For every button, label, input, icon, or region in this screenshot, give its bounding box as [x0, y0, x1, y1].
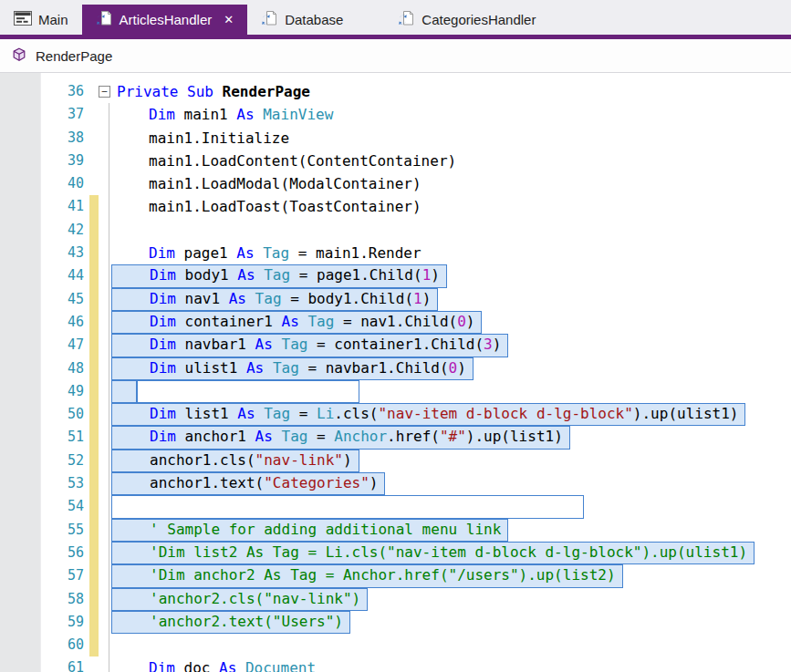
- line-number[interactable]: 52: [0, 450, 87, 472]
- code-line[interactable]: 39main1.LoadContent(ContentContainer): [0, 150, 791, 172]
- code-line[interactable]: 44Dim body1 As Tag = page1.Child(1): [0, 264, 791, 287]
- code-text[interactable]: main1.LoadToast(ToastContainer): [111, 195, 791, 218]
- code-text[interactable]: [111, 634, 791, 656]
- line-number[interactable]: 50: [0, 403, 87, 426]
- code-text[interactable]: Dim navbar1 As Tag = container1.Child(3): [111, 334, 791, 357]
- code-text[interactable]: anchor1.text("Categories"): [111, 472, 791, 495]
- breadcrumb-method[interactable]: RenderPage: [36, 48, 112, 64]
- code-text[interactable]: Dim ulist1 As Tag = navbar1.Child(0): [111, 357, 791, 380]
- line-number[interactable]: 45: [0, 288, 87, 311]
- change-marker: [89, 495, 99, 518]
- line-number[interactable]: 59: [0, 611, 87, 634]
- code-text[interactable]: 'Dim anchor2 As Tag = Anchor.href("/user…: [111, 564, 791, 587]
- line-number[interactable]: 38: [0, 127, 87, 150]
- code-line[interactable]: 36−Private Sub RenderPage: [0, 80, 791, 103]
- line-number[interactable]: 55: [0, 519, 87, 542]
- code-line[interactable]: 61Dim doc As Document: [0, 656, 791, 672]
- line-number[interactable]: 42: [0, 219, 87, 242]
- code-line[interactable]: 59'anchor2.text("Users"): [0, 611, 791, 634]
- line-number[interactable]: 44: [0, 264, 87, 287]
- code-text[interactable]: Dim body1 As Tag = page1.Child(1): [111, 264, 791, 287]
- code-text[interactable]: main1.LoadContent(ContentContainer): [111, 150, 791, 172]
- code-text[interactable]: Dim page1 As Tag = main1.Render: [111, 242, 791, 264]
- code-line[interactable]: 58'anchor2.cls("nav-link"): [0, 588, 791, 611]
- line-number[interactable]: 56: [0, 542, 87, 564]
- code-line[interactable]: 45Dim nav1 As Tag = body1.Child(1): [0, 288, 791, 311]
- code-line[interactable]: 53anchor1.text("Categories"): [0, 472, 791, 495]
- code-text[interactable]: Dim anchor1 As Tag = Anchor.href("#").up…: [111, 426, 791, 449]
- code-text[interactable]: anchor1.cls("nav-link"): [111, 450, 791, 472]
- code-text[interactable]: ' Sample for adding additional menu link: [111, 519, 791, 542]
- code-line[interactable]: 49: [0, 380, 791, 403]
- line-number[interactable]: 47: [0, 334, 87, 357]
- line-number[interactable]: 41: [0, 195, 87, 218]
- tab-label: Main: [38, 12, 68, 27]
- tab-categorieshandler[interactable]: CategoriesHandler: [384, 5, 549, 35]
- selection-segment: Dim nav1 As Tag = body1.Child(1): [111, 288, 438, 311]
- tab-articleshandler[interactable]: ArticlesHandler ✕: [82, 5, 248, 35]
- code-line[interactable]: 40main1.LoadModal(ModalContainer): [0, 172, 791, 195]
- code-token: MainView: [263, 106, 333, 123]
- line-number[interactable]: 40: [0, 172, 87, 195]
- code-line[interactable]: 47Dim navbar1 As Tag = container1.Child(…: [0, 334, 791, 357]
- code-line[interactable]: 55' Sample for adding additional menu li…: [0, 519, 791, 542]
- fold-collapse-icon[interactable]: −: [99, 86, 110, 98]
- code-text[interactable]: Dim container1 As Tag = nav1.Child(0): [111, 311, 791, 334]
- code-text[interactable]: Dim main1 As MainView: [111, 103, 791, 126]
- code-text[interactable]: 'anchor2.text("Users"): [111, 611, 791, 634]
- code-token: ): [369, 474, 379, 491]
- line-number[interactable]: 48: [0, 357, 87, 380]
- code-line[interactable]: 52anchor1.cls("nav-link"): [0, 450, 791, 472]
- fold-column: [99, 634, 111, 656]
- line-number[interactable]: 39: [0, 150, 87, 172]
- line-number[interactable]: 43: [0, 242, 87, 264]
- code-text[interactable]: [111, 219, 791, 242]
- code-line[interactable]: 51Dim anchor1 As Tag = Anchor.href("#").…: [0, 426, 791, 449]
- code-text[interactable]: main1.LoadModal(ModalContainer): [111, 172, 791, 195]
- code-line[interactable]: 38main1.Initialize: [0, 127, 791, 150]
- line-number[interactable]: 49: [0, 380, 87, 403]
- code-line[interactable]: 46Dim container1 As Tag = nav1.Child(0): [0, 311, 791, 334]
- tab-main[interactable]: Main: [0, 5, 82, 35]
- code-token: Tag: [273, 359, 299, 377]
- code-text[interactable]: Dim doc As Document: [111, 656, 791, 672]
- code-token: Dim: [150, 359, 185, 377]
- line-number[interactable]: 37: [0, 103, 87, 126]
- line-number[interactable]: 58: [0, 588, 87, 611]
- code-line[interactable]: 57'Dim anchor2 As Tag = Anchor.href("/us…: [0, 564, 791, 587]
- code-line[interactable]: 43Dim page1 As Tag = main1.Render: [0, 242, 791, 264]
- code-token: .cls(: [334, 405, 378, 422]
- line-number[interactable]: 51: [0, 426, 87, 449]
- line-number[interactable]: 36: [0, 80, 87, 103]
- code-token: Dim: [150, 313, 185, 330]
- code-line[interactable]: 41main1.LoadToast(ToastContainer): [0, 195, 791, 218]
- code-text[interactable]: [111, 380, 791, 403]
- code-line[interactable]: 37Dim main1 As MainView: [0, 103, 791, 126]
- fold-column: [99, 519, 111, 542]
- line-number[interactable]: 57: [0, 564, 87, 587]
- line-number[interactable]: 60: [0, 634, 87, 656]
- code-line[interactable]: 50Dim list1 As Tag = Li.cls("nav-item d-…: [0, 403, 791, 426]
- code-token: As: [282, 313, 308, 330]
- line-number[interactable]: 46: [0, 311, 87, 334]
- code-token: ): [493, 336, 502, 353]
- code-text[interactable]: main1.Initialize: [111, 127, 791, 150]
- line-number[interactable]: 61: [0, 656, 87, 672]
- code-text[interactable]: [111, 495, 791, 518]
- code-text[interactable]: Dim list1 As Tag = Li.cls("nav-item d-bl…: [111, 403, 791, 426]
- code-token: = nav1.Child(: [334, 313, 457, 330]
- fold-column: [99, 195, 111, 218]
- code-text[interactable]: 'anchor2.cls("nav-link"): [111, 588, 791, 611]
- tab-close-icon[interactable]: ✕: [224, 13, 234, 26]
- code-line[interactable]: 48Dim ulist1 As Tag = navbar1.Child(0): [0, 357, 791, 380]
- code-text[interactable]: Private Sub RenderPage: [111, 80, 791, 103]
- code-text[interactable]: Dim nav1 As Tag = body1.Child(1): [111, 288, 791, 311]
- line-number[interactable]: 53: [0, 472, 87, 495]
- code-line[interactable]: 56'Dim list2 As Tag = Li.cls("nav-item d…: [0, 542, 791, 564]
- code-text[interactable]: 'Dim list2 As Tag = Li.cls("nav-item d-b…: [111, 542, 791, 564]
- code-line[interactable]: 54: [0, 495, 791, 518]
- tab-database[interactable]: Database: [247, 5, 357, 35]
- code-line[interactable]: 42: [0, 219, 791, 242]
- line-number[interactable]: 54: [0, 495, 87, 518]
- code-line[interactable]: 60: [0, 634, 791, 656]
